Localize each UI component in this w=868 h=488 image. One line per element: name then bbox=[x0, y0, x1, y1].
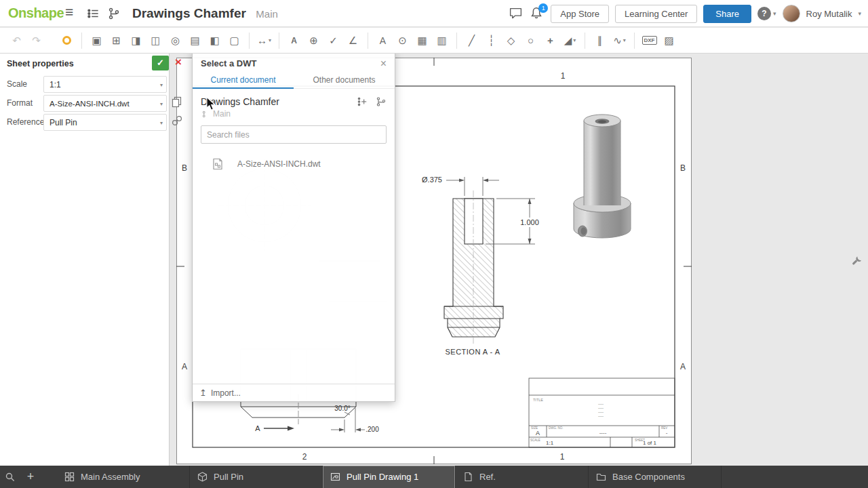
height-dimension: 1.000 bbox=[520, 218, 539, 226]
zone-left-b: B bbox=[182, 163, 187, 173]
workspace-name: Main bbox=[256, 8, 278, 20]
inspection-symbol-icon[interactable]: ⊙ bbox=[393, 31, 412, 49]
dxf-glyph: DXF bbox=[642, 36, 657, 45]
chat-icon[interactable] bbox=[509, 7, 524, 20]
chevron-down-icon: ▾ bbox=[160, 82, 163, 88]
section-view-icon[interactable]: ◫ bbox=[146, 31, 165, 49]
table-icon[interactable]: ▦ bbox=[412, 31, 432, 49]
update-views-icon[interactable] bbox=[57, 31, 77, 49]
dwt-file-item[interactable]: A-Size-ANSI-INCH.dwt bbox=[201, 157, 387, 171]
appearance-panel-toggle[interactable] bbox=[849, 253, 865, 268]
chamfer-tool-icon[interactable]: ◢▾ bbox=[560, 31, 580, 49]
scale-label: SCALE bbox=[530, 439, 540, 442]
hamburger-menu-icon[interactable]: ≡ bbox=[65, 4, 73, 20]
close-icon[interactable]: × bbox=[380, 59, 387, 68]
insert-view-icon[interactable]: ▣ bbox=[87, 31, 106, 49]
centerline-icon[interactable]: ┆ bbox=[481, 31, 501, 49]
tab-ref[interactable]: Ref. bbox=[456, 466, 589, 488]
user-name[interactable]: Roy Mutalik bbox=[806, 9, 852, 19]
add-tab-button[interactable]: + bbox=[20, 466, 41, 488]
branch-icon[interactable] bbox=[376, 96, 387, 107]
learning-center-button[interactable]: Learning Center bbox=[615, 5, 697, 23]
format-label: Format bbox=[7, 98, 33, 108]
chevron-down-icon[interactable]: ▾ bbox=[623, 37, 626, 43]
document-tabs-bar: + Main Assembly Pull Pin Pull Pin Drawin… bbox=[0, 466, 868, 488]
link-reference-icon[interactable] bbox=[171, 115, 184, 127]
redo-icon[interactable]: ↷ bbox=[26, 31, 46, 49]
chamfer-dimension: .200 bbox=[366, 426, 379, 433]
break-out-section-icon[interactable]: ◧ bbox=[205, 31, 224, 49]
reference-dropdown[interactable]: Pull Pin ▾ bbox=[43, 114, 167, 131]
crop-view-icon[interactable]: ▢ bbox=[224, 31, 244, 49]
search-input[interactable] bbox=[201, 125, 387, 144]
chamfer-glyph: ◢ bbox=[564, 35, 572, 47]
help-menu[interactable]: ? ▾ bbox=[757, 7, 776, 20]
tab-current-document[interactable]: Current document bbox=[193, 72, 294, 89]
broken-view-icon[interactable]: ▤ bbox=[185, 31, 205, 49]
zone-right-a: A bbox=[680, 362, 686, 371]
polygon-icon[interactable]: ◇ bbox=[501, 31, 521, 49]
import-button[interactable]: ↥ Import... bbox=[193, 384, 395, 401]
format-value: A-Size-ANSI-INCH.dwt bbox=[50, 100, 130, 108]
versions-icon[interactable] bbox=[107, 7, 122, 20]
rev-value: - bbox=[666, 430, 668, 436]
detail-view-icon[interactable]: ◎ bbox=[165, 31, 185, 49]
reference-value: Pull Pin bbox=[50, 118, 77, 127]
export-dxf-icon[interactable]: DXF bbox=[639, 31, 659, 49]
search-tabs-icon[interactable] bbox=[0, 466, 20, 488]
scale-value: 1:1 bbox=[50, 80, 61, 89]
spline-glyph: ∿ bbox=[613, 35, 622, 47]
line-icon[interactable]: ╱ bbox=[462, 31, 481, 49]
title-label: TITLE bbox=[533, 398, 543, 402]
workspace-row[interactable]: Main bbox=[202, 109, 387, 119]
hole-table-icon[interactable]: ▥ bbox=[432, 31, 452, 49]
drawing-canvas-area[interactable]: 1 2 1 B A B A bbox=[0, 54, 868, 466]
spline-icon[interactable]: ∿▾ bbox=[610, 31, 629, 49]
app-store-button[interactable]: App Store bbox=[551, 5, 609, 23]
size-value: A bbox=[536, 430, 540, 436]
sheet-value: 1 of 1 bbox=[643, 440, 657, 446]
circle-icon[interactable]: ○ bbox=[521, 31, 540, 49]
scale-dropdown[interactable]: 1:1 ▾ bbox=[43, 76, 167, 93]
format-dropdown[interactable]: A-Size-ANSI-INCH.dwt ▾ bbox=[43, 95, 167, 112]
zone-bottom-2: 2 bbox=[302, 452, 307, 462]
dialog-header: Select a DWT × bbox=[193, 52, 395, 72]
undo-icon[interactable]: ↶ bbox=[7, 31, 26, 49]
toolbar-separator bbox=[279, 33, 279, 49]
user-avatar[interactable] bbox=[783, 5, 800, 22]
workspace-label: Main bbox=[213, 109, 231, 119]
copy-format-icon[interactable] bbox=[171, 96, 184, 108]
tab-other-documents[interactable]: Other documents bbox=[294, 72, 395, 89]
center-mark-icon[interactable]: + bbox=[540, 31, 560, 49]
projected-view-icon[interactable]: ⊞ bbox=[106, 31, 126, 49]
toolbar-separator bbox=[585, 33, 585, 49]
offset-line-icon[interactable]: ∥ bbox=[590, 31, 610, 49]
tab-pull-pin-drawing-1[interactable]: Pull Pin Drawing 1 bbox=[323, 466, 456, 488]
document-row: Drawings Chamfer bbox=[201, 96, 387, 107]
tab-pull-pin[interactable]: Pull Pin bbox=[190, 466, 323, 488]
insert-image-icon[interactable]: ▨ bbox=[659, 31, 679, 49]
wrench-icon bbox=[850, 254, 863, 267]
geometric-tolerance-icon[interactable]: ⊕ bbox=[304, 31, 323, 49]
auxiliary-view-icon[interactable]: ◨ bbox=[126, 31, 146, 49]
user-menu-chevron-icon[interactable]: ▾ bbox=[858, 10, 861, 17]
tab-main-assembly[interactable]: Main Assembly bbox=[57, 466, 190, 488]
section-view-label: SECTION A - A bbox=[445, 348, 500, 356]
notifications-bell-icon[interactable]: 1 bbox=[530, 6, 545, 21]
cancel-button[interactable]: × bbox=[175, 56, 182, 69]
surface-finish-icon[interactable]: ✓ bbox=[323, 31, 343, 49]
text-icon[interactable]: A bbox=[373, 31, 393, 49]
chevron-down-icon[interactable]: ▾ bbox=[269, 37, 271, 43]
note-icon[interactable]: A bbox=[284, 31, 304, 49]
dialog-spacer bbox=[201, 171, 387, 384]
feature-list-icon[interactable] bbox=[87, 7, 102, 20]
dimension-icon[interactable]: ↔▾ bbox=[254, 31, 274, 49]
insert-item-icon[interactable] bbox=[357, 96, 368, 107]
tab-label: Main Assembly bbox=[81, 472, 140, 482]
chevron-down-icon[interactable]: ▾ bbox=[573, 37, 576, 43]
share-button[interactable]: Share bbox=[703, 5, 751, 23]
tab-base-components[interactable]: Base Components bbox=[589, 466, 722, 488]
weld-symbol-icon[interactable]: ∠ bbox=[343, 31, 363, 49]
confirm-button[interactable]: ✓ bbox=[152, 56, 169, 70]
tab-label: Ref. bbox=[479, 472, 496, 482]
